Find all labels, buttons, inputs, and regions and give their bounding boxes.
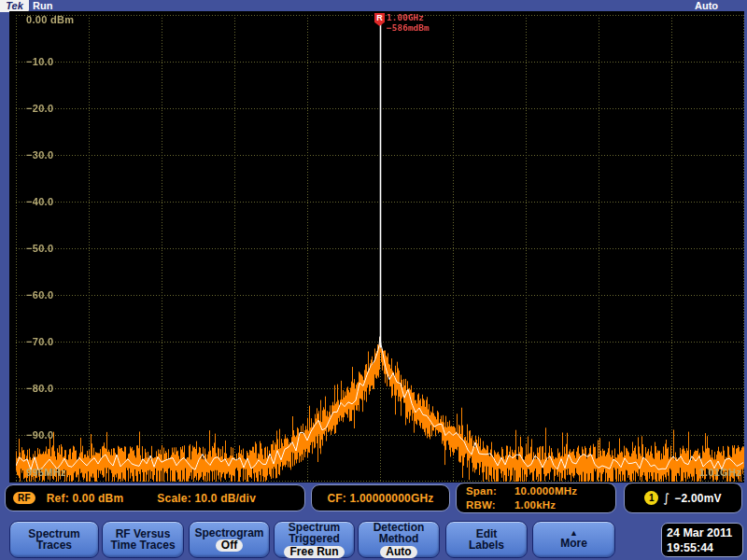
rbw-label: RBW:: [466, 498, 514, 512]
menu-button-more[interactable]: ▲More: [532, 521, 615, 558]
trigger-slope-icon: ∫: [663, 491, 669, 505]
trigger-readout: 1 ∫ −2.00mV: [624, 483, 742, 513]
y-axis-tick-label: −40.0: [26, 195, 53, 208]
span-rbw-readout: Span: 10.0000MHz RBW: 1.00kHz: [456, 483, 616, 513]
date-value: 24 Mar 2011: [667, 525, 742, 540]
x-axis-right-label: 1.01GHz: [698, 466, 741, 479]
span-value: 10.0000MHz: [514, 484, 577, 498]
cf-value: CF: 1.00000000GHz: [327, 492, 433, 505]
marker-frequency: 1.00GHz: [387, 12, 430, 22]
time-value: 19:55:44: [667, 540, 742, 555]
rf-badge: RF: [13, 492, 35, 504]
menu-button-value: Off: [216, 539, 243, 552]
span-label: Span:: [466, 484, 514, 498]
y-axis-tick-label: −30.0: [26, 148, 53, 161]
x-axis-left-label: 995MHz: [26, 466, 66, 479]
menu-button-value: Auto: [380, 546, 416, 558]
menu-button-label: Method: [379, 533, 419, 545]
center-frequency-readout: CF: 1.00000000GHz: [311, 484, 450, 511]
y-axis-tick-label: −70.0: [26, 335, 53, 348]
menu-button-label: Traces: [36, 539, 72, 552]
y-axis-tick-label: −20.0: [26, 102, 53, 115]
y-axis-tick-label: −10.0: [26, 55, 53, 68]
menu-button-detection-method[interactable]: DetectionMethodAuto: [358, 521, 440, 558]
menu-button-label: Spectrogram: [194, 527, 263, 539]
menu-button-edit-labels[interactable]: EditLabels: [445, 521, 528, 558]
menu-button-rf-versus-time-traces[interactable]: RF VersusTime Traces: [102, 521, 184, 558]
spectrum-plot-canvas: [16, 15, 744, 482]
rf-reference-readout: RF Ref: 0.00 dBm Scale: 10.0 dB/div: [5, 484, 305, 511]
menu-button-label: Triggered: [289, 533, 340, 545]
menu-button-label: Labels: [469, 539, 504, 552]
menu-button-label: Time Traces: [110, 539, 175, 552]
menu-button-value: Free Run: [284, 546, 344, 558]
y-axis-tick-label: −90.0: [26, 428, 53, 441]
y-axis-tick-label: −50.0: [26, 242, 53, 255]
menu-button-spectrogram[interactable]: SpectrogramOff: [189, 521, 270, 558]
menu-button-label: More: [560, 538, 587, 550]
y-axis-tick-label: −80.0: [26, 382, 53, 395]
channel-1-badge: 1: [644, 491, 658, 505]
trigger-level-value: −2.00mV: [674, 492, 721, 505]
y-axis-tick-label: −60.0: [26, 288, 53, 301]
marker-readout: 1.00GHz −586mdBm: [387, 12, 430, 33]
ref-level-label: 0.00 dBm: [26, 13, 74, 26]
date-time-display: 24 Mar 2011 19:55:44: [661, 523, 743, 557]
rbw-value: 1.00kHz: [514, 498, 556, 512]
menu-button-spectrum-triggered[interactable]: SpectrumTriggeredFree Run: [274, 521, 355, 558]
marker-amplitude: −586mdBm: [387, 22, 430, 33]
menu-button-spectrum-traces[interactable]: SpectrumTraces: [9, 521, 99, 558]
span-row: Span: 10.0000MHz: [457, 484, 615, 498]
rbw-row: RBW: 1.00kHz: [457, 498, 615, 512]
spectrum-display: 0.00 dBm 995MHz 1.01GHz R 1.00GHz −586md…: [9, 11, 744, 483]
ref-level-readout: Ref: 0.00 dBm: [47, 492, 124, 505]
scale-readout: Scale: 10.0 dB/div: [157, 492, 256, 505]
